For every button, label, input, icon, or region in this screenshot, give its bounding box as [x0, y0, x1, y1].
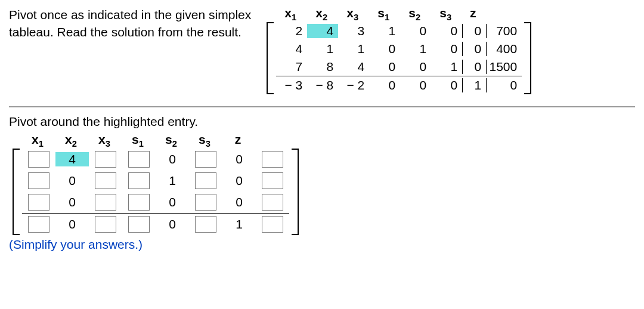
tableau-cell: 4	[276, 42, 307, 56]
ans-bracket-right	[289, 149, 299, 235]
answer-input-field[interactable]	[195, 216, 216, 233]
tableau-cell: 8	[307, 60, 338, 74]
col-header-s2: s2	[154, 132, 188, 149]
tableau-row: 2431000700	[276, 22, 522, 40]
answer-fixed-cell: 0	[222, 174, 256, 188]
col-header-x3: x3	[88, 132, 121, 149]
col-header-s1: s1	[121, 132, 154, 149]
tableau-cell: 0	[431, 78, 462, 92]
answer-input-field[interactable]	[128, 151, 150, 168]
tableau-cell: 1	[462, 78, 486, 92]
answer-input-field[interactable]	[28, 151, 49, 168]
answer-input[interactable]	[22, 216, 55, 233]
answer-input[interactable]	[22, 151, 55, 168]
answer-input[interactable]	[256, 216, 289, 233]
col-header-x1: x1	[21, 132, 54, 149]
tableau-cell: 4	[307, 24, 338, 38]
answer-row: 000	[22, 191, 289, 214]
answer-input-field[interactable]	[262, 194, 283, 211]
answer-input[interactable]	[89, 216, 122, 233]
answer-tableau: x1x2x3s1s2s3z 400010000001	[9, 132, 635, 235]
answer-fixed-cell: 0	[156, 217, 189, 231]
answer-input-field[interactable]	[262, 151, 283, 168]
answer-input[interactable]	[256, 172, 289, 189]
col-header-z: z	[221, 132, 255, 149]
answer-input-field[interactable]	[195, 172, 216, 189]
tableau-cell: − 8	[307, 78, 338, 92]
answer-input[interactable]	[122, 172, 156, 189]
tableau-row: 4110100400	[276, 40, 522, 58]
answer-input[interactable]	[256, 194, 289, 211]
pivot-instruction: Pivot around the highlighted entry.	[9, 115, 635, 129]
answer-input[interactable]	[89, 194, 122, 211]
tableau-cell: 0	[369, 78, 400, 92]
answer-fixed-cell: 0	[55, 217, 89, 231]
answer-input[interactable]	[189, 151, 222, 168]
answer-input-field[interactable]	[195, 194, 216, 211]
answer-input-field[interactable]	[128, 172, 150, 189]
answer-fixed-cell: 1	[156, 174, 189, 188]
ans-bracket-left	[13, 149, 22, 235]
problem-statement: Pivot once as indicated in the given sim…	[9, 6, 251, 41]
tableau-cell: 0	[369, 42, 400, 56]
answer-input[interactable]	[122, 216, 156, 233]
answer-input-field[interactable]	[128, 216, 150, 233]
tableau-cell: 4	[338, 60, 369, 74]
tableau-cell: 0	[369, 60, 400, 74]
answer-input-field[interactable]	[95, 172, 116, 189]
tableau-cell: 0	[400, 24, 431, 38]
tableau-cell: 1	[307, 42, 338, 56]
col-header-s1: s1	[368, 6, 399, 22]
col-header-s3: s3	[430, 6, 461, 22]
tableau-cell: 0	[462, 42, 486, 56]
answer-input[interactable]	[122, 194, 156, 211]
col-header-z: z	[461, 6, 485, 22]
answer-fixed-cell: 0	[156, 195, 189, 209]
tableau-cell: 1500	[486, 60, 522, 74]
col-header-x1: x1	[275, 6, 306, 22]
tableau-cell: − 2	[338, 78, 369, 92]
tableau-cell: − 3	[276, 78, 307, 92]
answer-input[interactable]	[22, 172, 55, 189]
answer-input-field[interactable]	[128, 194, 150, 211]
answer-fixed-cell: 0	[55, 195, 89, 209]
answer-input[interactable]	[189, 194, 222, 211]
answer-row: 001	[22, 214, 289, 235]
tableau-cell: 1	[338, 42, 369, 56]
answer-input-field[interactable]	[262, 216, 283, 233]
tableau-cell: 2	[276, 24, 307, 38]
col-header-s2: s2	[399, 6, 430, 22]
answer-headers: x1x2x3s1s2s3z	[9, 132, 255, 149]
answer-input-field[interactable]	[28, 172, 49, 189]
answer-input[interactable]	[22, 194, 55, 211]
answer-input[interactable]	[122, 151, 156, 168]
tableau-cell: 7	[276, 60, 307, 74]
tableau-cell: 0	[431, 42, 462, 56]
answer-input-field[interactable]	[28, 194, 49, 211]
answer-fixed-cell: 4	[55, 152, 89, 166]
answer-input-field[interactable]	[262, 172, 283, 189]
bracket-right	[522, 22, 531, 94]
col-header-s3: s3	[188, 132, 221, 149]
answer-input[interactable]	[89, 172, 122, 189]
tableau-headers: x1x2x3s1s2s3z	[263, 6, 521, 22]
answer-input-field[interactable]	[95, 194, 116, 211]
tableau-cell: 700	[486, 24, 522, 38]
answer-input[interactable]	[256, 151, 289, 168]
divider	[9, 106, 635, 107]
tableau-cell: 0	[400, 60, 431, 74]
bracket-left	[267, 22, 276, 94]
answer-input[interactable]	[189, 216, 222, 233]
answer-input-field[interactable]	[95, 216, 116, 233]
answer-input[interactable]	[189, 172, 222, 189]
tableau-cell: 400	[486, 42, 522, 56]
answer-row: 400	[22, 149, 289, 170]
answer-input-field[interactable]	[95, 151, 116, 168]
answer-input[interactable]	[89, 151, 122, 168]
simplify-note: (Simplify your answers.)	[9, 237, 635, 252]
answer-input-field[interactable]	[28, 216, 49, 233]
answer-row: 010	[22, 170, 289, 191]
tableau-cell: 1	[400, 42, 431, 56]
problem-line1: Pivot once as indicated in the given sim…	[9, 8, 251, 21]
answer-input-field[interactable]	[195, 151, 216, 168]
